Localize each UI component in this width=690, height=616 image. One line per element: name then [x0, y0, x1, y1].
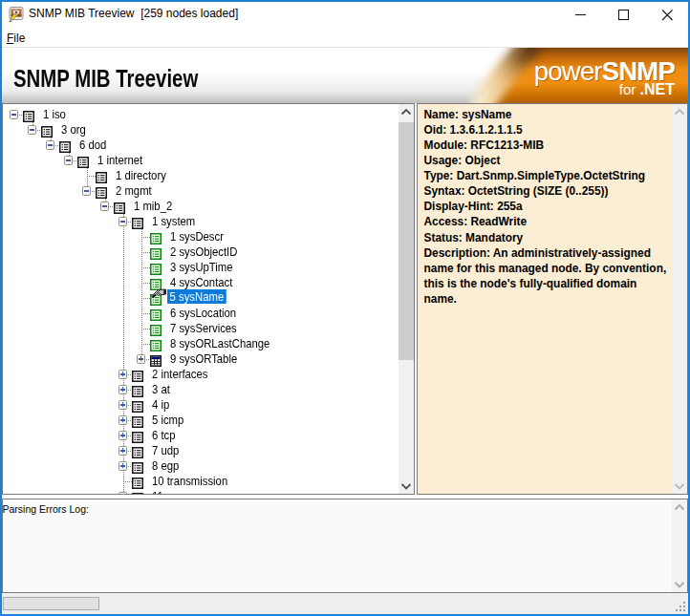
svg-text:for .NET: for .NET	[619, 80, 675, 96]
